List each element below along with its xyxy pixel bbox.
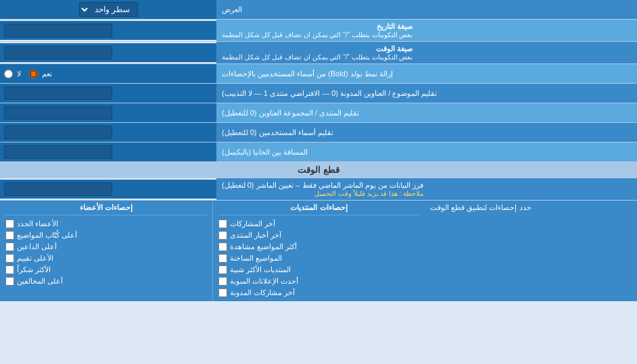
forum-trim-label: تقليم المنتدى / المجموعة العناوين (0 للت… xyxy=(216,103,637,122)
time-section-header: قطع الوقت xyxy=(0,162,637,178)
stats-members-item-3: الأعلى تقييم xyxy=(5,253,207,264)
bold-remove-label: إزالة نمط بولد (Bold) من أسماء المستخدمي… xyxy=(216,64,637,83)
checkbox-blog-posts[interactable] xyxy=(218,288,227,297)
date-format-row: صيغة التاريخ بعض التكوينات يتطلب "/" الت… xyxy=(0,20,637,42)
display-row: العرض سطر واحد xyxy=(0,0,637,20)
checkbox-top-violators[interactable] xyxy=(5,277,14,286)
user-trim-input-cell: 0 xyxy=(0,123,216,142)
user-trim-label: تقليم أسماء المستخدمين (0 للتعطيل) xyxy=(216,123,637,142)
stats-posts-item-5: أحدث الإعلانات المبوبة xyxy=(218,276,420,287)
checkbox-popular-forums[interactable] xyxy=(218,265,227,274)
stats-apply-label: حدد إحصاءات لتطبيق قطع الوقت xyxy=(430,203,531,212)
time-filter-input-cell: 0 xyxy=(0,180,216,199)
stats-members-item-1: أعلى كُتّاب المواضيع xyxy=(5,230,207,241)
checkbox-forum-news[interactable] xyxy=(218,231,227,240)
checkbox-classifieds[interactable] xyxy=(218,277,227,286)
time-filter-input[interactable]: 0 xyxy=(4,182,112,196)
time-format-input-cell: H:i xyxy=(0,43,216,62)
stats-posts-col: إحصاءات المنتديات آخر المشاركات آخر أخبا… xyxy=(212,201,425,301)
checkbox-top-posters[interactable] xyxy=(5,231,14,240)
time-format-row: صيغة الوقت بعض التكوينات يتطلب "/" التي … xyxy=(0,42,637,64)
radio-no: لا xyxy=(4,70,21,78)
forum-trim-row: تقليم المنتدى / المجموعة العناوين (0 للت… xyxy=(0,103,637,123)
topic-trim-row: تقليم الموضوع / العناوين المدونة (0 — ال… xyxy=(0,84,637,103)
bottom-stats: حدد إحصاءات لتطبيق قطع الوقت إحصاءات الم… xyxy=(0,201,637,301)
checkbox-hot-topics[interactable] xyxy=(218,254,227,263)
spacing-input-cell: 2 xyxy=(0,142,216,161)
stats-members-item-4: الأكثر شكراً xyxy=(5,264,207,276)
time-format-input[interactable]: H:i xyxy=(4,46,112,59)
stats-posts-item-3: المواضيع الساخنة xyxy=(218,253,420,264)
forum-trim-input[interactable]: 33 xyxy=(4,106,112,120)
stats-members-col: إحصاءات الأعضاء الأعضاء الجدد أعلى كُتّا… xyxy=(0,201,212,301)
stats-posts-item-1: آخر أخبار المنتدى xyxy=(218,230,420,241)
date-format-label: صيغة التاريخ بعض التكوينات يتطلب "/" الت… xyxy=(216,20,637,41)
topic-trim-label: تقليم الموضوع / العناوين المدونة (0 — ال… xyxy=(216,84,637,103)
display-label: العرض xyxy=(216,0,637,19)
radio-yes-input[interactable] xyxy=(29,70,38,78)
bold-remove-radio-cell: نعم لا xyxy=(0,64,216,83)
time-filter-row: فرز البيانات من يوم الماشر الماضي فقط --… xyxy=(0,178,637,201)
checkbox-most-viewed[interactable] xyxy=(218,242,227,251)
stats-posts-item-6: آخر مشاركات المدونة xyxy=(218,287,420,298)
spacing-label: المسافة بين الخانيا (بالبكسل) xyxy=(216,142,637,161)
forum-trim-input-cell: 33 xyxy=(0,103,216,122)
stats-members-header: إحصاءات الأعضاء xyxy=(5,203,207,215)
display-select[interactable]: سطر واحد xyxy=(79,2,138,17)
topic-trim-input[interactable]: 33 xyxy=(4,86,112,100)
checkbox-top-inviters[interactable] xyxy=(5,242,14,251)
topic-trim-input-cell: 33 xyxy=(0,84,216,103)
display-dropdown-cell: سطر واحد xyxy=(0,0,216,19)
stats-posts-header: إحصاءات المنتديات xyxy=(218,203,420,215)
checkbox-most-thanked[interactable] xyxy=(5,265,14,274)
radio-no-input[interactable] xyxy=(4,70,13,78)
spacing-input[interactable]: 2 xyxy=(4,145,112,159)
checkbox-top-rated[interactable] xyxy=(5,254,14,263)
stats-posts-item-4: المنتديات الأكثر شبية xyxy=(218,264,420,276)
time-format-label: صيغة الوقت بعض التكوينات يتطلب "/" التي … xyxy=(216,42,637,63)
spacing-row: المسافة بين الخانيا (بالبكسل) 2 xyxy=(0,142,637,162)
checkbox-new-members[interactable] xyxy=(5,219,14,228)
stats-members-item-0: الأعضاء الجدد xyxy=(5,218,207,230)
stats-apply-label-cell: حدد إحصاءات لتطبيق قطع الوقت xyxy=(425,201,637,301)
radio-yes: نعم xyxy=(29,70,52,78)
date-format-input[interactable]: d-m xyxy=(4,24,112,37)
stats-members-item-5: أعلى المخالفين xyxy=(5,276,207,287)
stats-posts-item-2: أكثر المواضيع مشاهدة xyxy=(218,241,420,253)
user-trim-row: تقليم أسماء المستخدمين (0 للتعطيل) 0 xyxy=(0,123,637,142)
user-trim-input[interactable]: 0 xyxy=(4,126,112,139)
time-filter-label: فرز البيانات من يوم الماشر الماضي فقط --… xyxy=(216,178,637,200)
stats-members-item-2: أعلى الداعين xyxy=(5,241,207,253)
date-format-input-cell: d-m xyxy=(0,21,216,40)
checkbox-last-posts[interactable] xyxy=(218,219,227,228)
stats-posts-item-0: آخر المشاركات xyxy=(218,218,420,230)
bold-remove-row: إزالة نمط بولد (Bold) من أسماء المستخدمي… xyxy=(0,64,637,84)
